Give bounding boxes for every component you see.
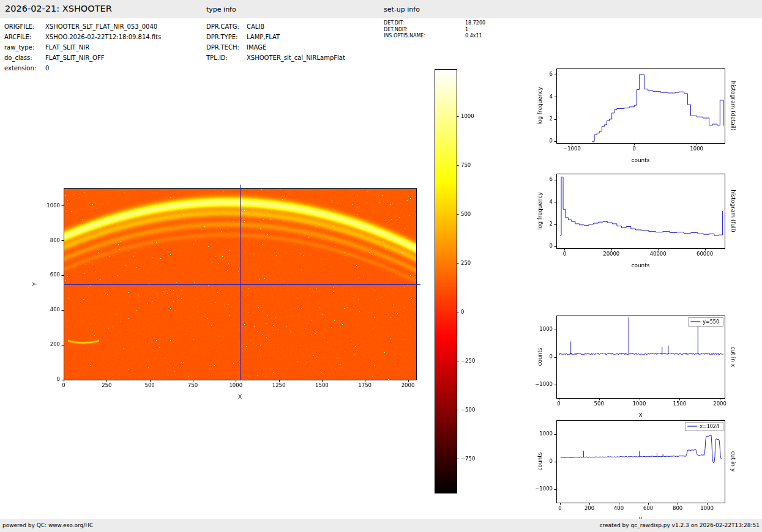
meta-key: DPR.TYPE: [206, 32, 247, 42]
qc-report-page: 2026-02-21: XSHOOTER type info set-up in… [0, 0, 762, 532]
type-info-heading: type info [206, 6, 236, 13]
meta-value: 0 [45, 63, 49, 73]
meta-row-tpl-id: TPL.ID: XSHOOTER_slt_cal_NIRLampFlat [206, 53, 345, 63]
meta-key: extension: [4, 63, 45, 73]
meta-row-dpr-tech: DPR.TECH: IMAGE [206, 42, 345, 53]
meta-row-dpr-type: DPR.TYPE: LAMP,FLAT [206, 32, 345, 42]
meta-row-ins-opti5: INS.OPTI5.NAME: 0.4x11 [384, 33, 485, 40]
meta-row-dpr-catg: DPR.CATG: CALIB [206, 21, 345, 32]
meta-row-doclass: do_class: FLAT_SLIT_NIR_OFF [4, 53, 161, 63]
footer-bar: powered by QC: www.eso.org/HC created by… [0, 519, 762, 532]
raw-image-plot [24, 181, 431, 408]
meta-value: XSHOO.2026-02-22T12:18:09.814.fits [45, 32, 161, 42]
colorbar-canvas [428, 64, 496, 498]
file-info-block: ORIGFILE: XSHOOTER_SLT_FLAT_NIR_053_0040… [4, 21, 161, 73]
meta-row-extension: extension: 0 [4, 63, 161, 73]
meta-key: DPR.CATG: [206, 21, 247, 32]
meta-row-rawtype: raw_type: FLAT_SLIT_NIR [4, 42, 161, 53]
meta-value: IMAGE [247, 42, 266, 53]
setup-info-heading: set-up info [384, 6, 420, 13]
cut-in-x-canvas [526, 308, 741, 426]
meta-value: FLAT_SLIT_NIR_OFF [45, 53, 104, 63]
meta-value: XSHOOTER_slt_cal_NIRLampFlat [247, 53, 345, 63]
meta-row-det-ndit: DET.NDIT: 1 [384, 27, 485, 34]
meta-key: TPL.ID: [206, 53, 247, 63]
type-info-block: DPR.CATG: CALIB DPR.TYPE: LAMP,FLAT DPR.… [206, 21, 345, 63]
meta-key: ORIGFILE: [4, 21, 45, 32]
meta-key: DET.NDIT: [384, 27, 465, 34]
raw-image-canvas [24, 181, 431, 408]
meta-key: raw_type: [4, 42, 45, 53]
meta-value: FLAT_SLIT_NIR [45, 42, 89, 53]
meta-key: INS.OPTI5.NAME: [384, 33, 465, 40]
meta-key: ARCFILE: [4, 32, 45, 42]
meta-value: 0.4x11 [465, 33, 482, 40]
meta-key: DET.DIT: [384, 20, 465, 27]
histogram-detail-canvas [526, 61, 741, 171]
cut-in-y-plot [526, 413, 741, 530]
histogram-full-canvas [526, 166, 741, 276]
colorbar [428, 64, 496, 498]
meta-key: DPR.TECH: [206, 42, 247, 53]
meta-row-arcfile: ARCFILE: XSHOO.2026-02-22T12:18:09.814.f… [4, 32, 161, 42]
histogram-detail-plot [526, 61, 741, 171]
setup-info-block: DET.DIT: 18.7200 DET.NDIT: 1 INS.OPTI5.N… [384, 20, 485, 40]
footer-created-by: created by qc_rawdisp.py v1.2.3 on 2026-… [599, 522, 760, 528]
meta-value: XSHOOTER_SLT_FLAT_NIR_053_0040 [45, 21, 157, 32]
cut-in-x-plot [526, 308, 741, 426]
meta-value: 18.7200 [465, 20, 485, 27]
cut-in-y-canvas [526, 413, 741, 530]
page-title: 2026-02-21: XSHOOTER [5, 4, 112, 13]
header-bar: 2026-02-21: XSHOOTER type info set-up in… [0, 0, 762, 18]
footer-powered-by: powered by QC: www.eso.org/HC [2, 522, 93, 528]
meta-value: 1 [465, 27, 468, 34]
meta-row-det-dit: DET.DIT: 18.7200 [384, 20, 485, 27]
meta-key: do_class: [4, 53, 45, 63]
histogram-full-plot [526, 166, 741, 276]
meta-value: LAMP,FLAT [247, 32, 280, 42]
meta-row-origfile: ORIGFILE: XSHOOTER_SLT_FLAT_NIR_053_0040 [4, 21, 161, 32]
meta-value: CALIB [247, 21, 264, 32]
